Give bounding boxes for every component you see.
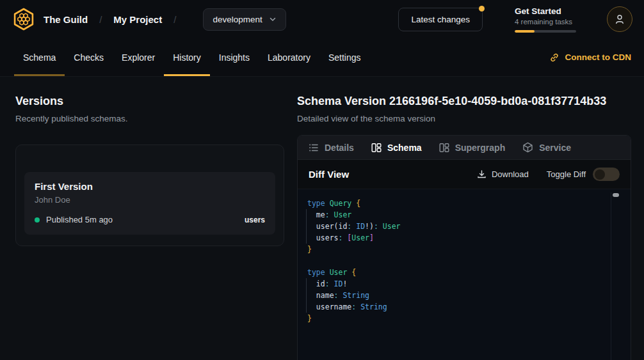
detail-tab-service[interactable]: Service [522,142,571,153]
detail-tab-supergraph[interactable]: Supergraph [439,143,506,153]
detail-tab-label: Service [539,143,571,153]
get-started-subtitle: 4 remaining tasks [515,18,576,26]
target-select[interactable]: development [203,8,286,31]
versions-subtitle: Recently published schemas. [15,114,297,123]
cube-icon [522,142,533,153]
hive-logo-icon [12,7,36,31]
toggle-diff-switch[interactable] [593,168,620,181]
diff-view-title: Diff View [309,169,349,180]
latest-changes-label: Latest changes [411,15,470,24]
detail-tab-label: Supergraph [455,143,506,153]
tab-schema[interactable]: Schema [14,38,65,76]
primary-tabs: SchemaChecksExplorerHistoryInsightsLabor… [14,38,370,76]
person-icon [614,13,625,25]
brand[interactable]: The Guild [12,7,88,31]
user-avatar[interactable] [607,6,632,32]
list-icon [309,143,319,153]
version-status-row: Published 5m ago users [35,215,265,224]
code-block: type Query { me: User user(id: ID!): Use… [307,198,616,324]
detail-tab-schema[interactable]: Schema [371,143,422,153]
diff-header: Diff View Download Toggle Diff [298,160,631,189]
download-label: Download [492,169,529,179]
detail-tab-label: Details [325,143,354,153]
code-scrollbar-track[interactable] [611,192,618,360]
primary-nav: SchemaChecksExplorerHistoryInsightsLabor… [0,38,644,77]
get-started-widget[interactable]: Get Started 4 remaining tasks [515,6,576,33]
target-select-value: development [213,15,262,24]
version-status: Published 5m ago [46,215,113,224]
detail-tab-details[interactable]: Details [309,143,354,153]
breadcrumb-separator: / [99,14,102,25]
org-name: The Guild [44,14,88,25]
schema-version-title: Schema Version 2166196f-5e10-4059-bd0a-0… [297,95,631,108]
toggle-diff-knob [595,169,605,180]
tab-history[interactable]: History [164,38,210,76]
code-line: } [307,244,616,255]
download-button[interactable]: Download [477,169,529,179]
code-line: username: String [307,301,616,313]
service-badge: users [245,215,265,224]
code-line: id: ID! [307,278,616,290]
toggle-diff-label: Toggle Diff [547,169,586,179]
breadcrumb-separator: / [173,14,176,25]
code-line: name: String [307,290,616,301]
version-author: John Doe [35,195,265,205]
tab-insights[interactable]: Insights [210,38,259,76]
chevron-down-icon [269,15,277,23]
tab-explorer[interactable]: Explorer [113,38,164,76]
link-icon [549,52,559,63]
schema-version-subtitle: Detailed view of the schema version [297,114,631,123]
code-line [307,255,616,267]
versions-list-card: First Version John Doe Published 5m ago … [15,145,284,246]
code-scrollbar-thumb[interactable] [613,193,619,197]
schema-code-area[interactable]: type Query { me: User user(id: ID!): Use… [298,189,631,360]
connect-cdn-link[interactable]: Connect to CDN [549,38,632,76]
columns-icon [439,143,449,153]
version-list-item[interactable]: First Version John Doe Published 5m ago … [24,172,275,235]
versions-title: Versions [15,95,297,108]
published-status-dot [35,217,40,223]
columns-icon [371,143,382,153]
code-line: type Query { [307,198,616,209]
code-line: users: [User] [307,232,616,244]
tab-laboratory[interactable]: Laboratory [259,38,319,76]
version-title: First Version [35,181,265,192]
latest-changes-button[interactable]: Latest changes [398,8,483,31]
main-content: Versions Recently published schemas. Fir… [0,77,644,360]
detail-tab-label: Schema [387,143,422,153]
code-line: user(id: ID!): User [307,221,616,232]
get-started-title: Get Started [515,6,576,16]
versions-section: Versions Recently published schemas. Fir… [13,95,297,360]
get-started-progress-fill [515,30,535,33]
detail-tabs: DetailsSchemaSupergraphService [298,136,631,160]
header-right: Latest changes Get Started 4 remaining t… [398,6,632,33]
get-started-progressbar [515,30,576,33]
diff-controls: Download Toggle Diff [477,168,620,181]
notification-dot [479,6,485,12]
code-line: type User { [307,267,616,278]
code-line: me: User [307,209,616,221]
download-icon [477,169,487,179]
app-header: The Guild / My Project / development Lat… [0,0,644,38]
tab-checks[interactable]: Checks [65,38,113,76]
tab-settings[interactable]: Settings [319,38,370,76]
breadcrumb-project[interactable]: My Project [113,14,162,25]
schema-version-section: Schema Version 2166196f-5e10-4059-bd0a-0… [297,95,631,360]
schema-detail-panel: DetailsSchemaSupergraphService Diff View… [297,135,631,360]
code-line: } [307,313,616,324]
connect-cdn-label: Connect to CDN [565,52,632,62]
